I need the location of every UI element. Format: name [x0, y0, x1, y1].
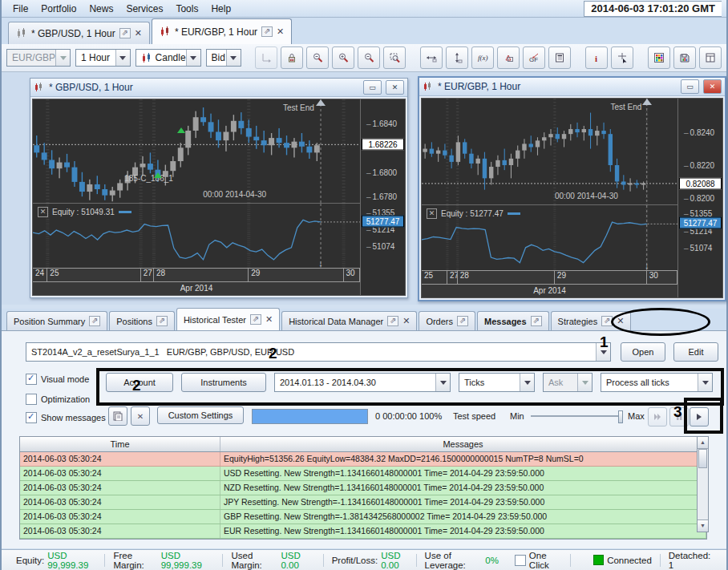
zoom-in-button[interactable] [332, 46, 354, 69]
test-speed-slider[interactable] [531, 415, 623, 417]
chart-objects-button[interactable] [548, 46, 571, 69]
table-row[interactable]: 2014-06-03 05:30:24NZD Resetting. New St… [20, 481, 706, 495]
tab-historical-tester[interactable]: Historical Tester⇗✕ [176, 308, 280, 330]
close-icon[interactable]: ✕ [402, 316, 410, 326]
close-icon[interactable]: ✕ [277, 26, 284, 37]
tab-messages[interactable]: Messages⇗ [477, 311, 549, 330]
messages-table-header[interactable]: Time Messages [20, 437, 706, 452]
show-messages-checkbox[interactable]: Show messages [26, 412, 106, 423]
gf-tools-button[interactable]: GF [523, 46, 545, 69]
drawings-button[interactable] [497, 46, 520, 69]
chart-window-eurgbp[interactable]: * EUR/GBP, 1 Hour▭✕Test End00:00 2014-04… [418, 76, 726, 301]
chart-body[interactable]: Test End00:00 2014-04-30✕Equity : 51277.… [421, 98, 723, 298]
close-icon[interactable]: ✕ [386, 80, 404, 95]
scroll-down-icon[interactable]: ▼ [698, 519, 708, 532]
popout-icon[interactable]: ⇗ [250, 314, 261, 325]
table-row[interactable]: 2014-06-03 05:30:24USD Resetting. New St… [20, 467, 706, 481]
strategy-select[interactable]: ST2014A_v2_a_resetSurya_1_1 EUR/GBP, GBP… [26, 342, 611, 362]
popout-icon[interactable]: ⇗ [531, 316, 542, 326]
optimization-checkbox[interactable]: Optimization [26, 394, 90, 405]
custom-settings-button[interactable]: Custom Settings [157, 406, 244, 424]
chart-type-select[interactable]: Candle [135, 49, 201, 67]
chart-tab-eurgbp[interactable]: * EUR/GBP, 1 Hour⇗✕ [152, 18, 292, 44]
slider-handle[interactable] [618, 410, 623, 423]
candle-pane[interactable]: Test End00:00 2014-04-30 [422, 99, 677, 205]
zoom-out-button[interactable] [358, 46, 380, 69]
close-icon[interactable]: ✕ [135, 28, 142, 38]
close-icon[interactable]: ✕ [703, 79, 722, 94]
instrument-select[interactable]: EUR/GBP [6, 49, 71, 67]
close-icon[interactable]: ✕ [265, 314, 273, 325]
instruments-button[interactable]: Instruments [181, 373, 266, 392]
scroll-thumb[interactable] [698, 449, 707, 468]
popout-icon[interactable]: ⇗ [119, 28, 131, 38]
indicators-button[interactable]: f(x) [471, 46, 494, 69]
crosshair-button[interactable] [611, 46, 633, 69]
menu-help[interactable]: Help [204, 2, 237, 16]
edit-strategy-button[interactable]: Edit [673, 342, 718, 362]
close-box-icon[interactable]: ✕ [38, 207, 48, 217]
table-row[interactable]: 2014-06-03 05:30:24JPY Resetting. New St… [20, 495, 706, 510]
open-strategy-button[interactable]: Open [621, 342, 665, 362]
tab-orders[interactable]: Orders⇗ [419, 311, 475, 330]
visual-mode-checkbox[interactable]: Visual mode [26, 374, 89, 385]
menu-file[interactable]: File [6, 2, 34, 16]
auto-shift-button[interactable] [255, 46, 277, 69]
pause-button[interactable] [669, 407, 689, 426]
menu-news[interactable]: News [83, 2, 119, 16]
tab-positions[interactable]: Positions⇗ [109, 311, 175, 330]
save-chart-button[interactable] [673, 46, 696, 69]
tab-position-summary[interactable]: Position Summary⇗ [6, 311, 107, 330]
chart-window-gbpusd[interactable]: * GBP/USD, 1 Hour▭✕Test End00:00 2014-04… [30, 78, 408, 298]
equity-pane[interactable]: ✕Equity : 51277.47↓ [422, 205, 677, 270]
report-button[interactable] [108, 406, 127, 426]
table-row[interactable]: 2014-06-03 05:30:24EUR Resetting. New St… [20, 524, 706, 539]
price-axis[interactable]: 1.68401.68001.67801.68226513555121451074… [360, 99, 405, 295]
popout-icon[interactable]: ⇗ [387, 316, 398, 326]
info-button[interactable]: i [585, 46, 608, 69]
one-click-toggle[interactable]: One Click [507, 554, 571, 567]
clear-button[interactable]: ✕ [131, 406, 150, 426]
maximize-icon[interactable]: ▭ [681, 79, 699, 94]
process-mode-select[interactable]: Process all ticks [601, 373, 713, 392]
colors-button[interactable] [648, 46, 670, 69]
price-side-select[interactable]: Bid [206, 49, 241, 67]
close-icon[interactable]: ✕ [617, 316, 624, 326]
chart-body[interactable]: Test End00:00 2014-04-30185-C_186_1✕Equi… [32, 99, 406, 296]
popout-icon[interactable]: ⇗ [601, 316, 613, 326]
chart-tab-gbpusd[interactable]: * GBP/USD, 1 Hour⇗✕ [8, 22, 150, 44]
candle-pane[interactable]: Test End00:00 2014-04-30185-C_186_1 [33, 99, 360, 204]
table-row[interactable]: 2014-06-03 05:30:24EquityHigh=51356.26 E… [20, 452, 706, 467]
menu-portfolio[interactable]: Portfolio [34, 2, 83, 16]
chart-window-titlebar[interactable]: * GBP/USD, 1 Hour▭✕ [30, 79, 407, 97]
col-time[interactable]: Time [20, 437, 220, 451]
menu-services[interactable]: Services [119, 2, 169, 16]
zoom-drag-button[interactable] [306, 46, 329, 69]
close-box-icon[interactable]: ✕ [427, 208, 437, 219]
tab-historical-data-manager[interactable]: Historical Data Manager⇗✕ [281, 311, 417, 330]
data-type-select[interactable]: Ticks [459, 373, 535, 392]
popout-icon[interactable]: ⇗ [156, 316, 168, 326]
horizontal-scale-button[interactable] [420, 46, 443, 69]
popout-icon[interactable]: ⇗ [457, 316, 468, 326]
period-select[interactable]: 1 Hour [75, 49, 131, 67]
col-messages[interactable]: Messages [220, 437, 706, 451]
play-button[interactable] [690, 407, 709, 426]
equity-pane[interactable]: ✕Equity : 51049.31↓ [33, 204, 360, 268]
maximize-icon[interactable]: ▭ [363, 80, 382, 95]
order-side-select[interactable]: Ask [543, 373, 593, 392]
tab-strategies[interactable]: Strategies⇗✕ [551, 311, 632, 330]
vertical-scale-button[interactable] [446, 46, 468, 69]
price-axis[interactable]: 0.82400.82200.82000.82088513555121451074… [677, 99, 722, 297]
popout-icon[interactable]: ⇗ [261, 26, 273, 37]
fast-forward-button[interactable] [648, 407, 667, 426]
popout-icon[interactable]: ⇗ [89, 316, 100, 326]
zoom-region-button[interactable] [383, 46, 406, 69]
account-button[interactable]: Account [106, 373, 173, 392]
menu-tools[interactable]: Tools [169, 2, 204, 16]
lock-button[interactable] [281, 46, 303, 69]
chart-window-titlebar[interactable]: * EUR/GBP, 1 Hour▭✕ [419, 78, 725, 96]
table-row[interactable]: 2014-06-03 05:30:24GBP Resetting. New St… [20, 510, 706, 524]
messages-scrollbar[interactable]: ▲ ▼ [697, 436, 709, 532]
workspace-button[interactable] [699, 46, 722, 69]
